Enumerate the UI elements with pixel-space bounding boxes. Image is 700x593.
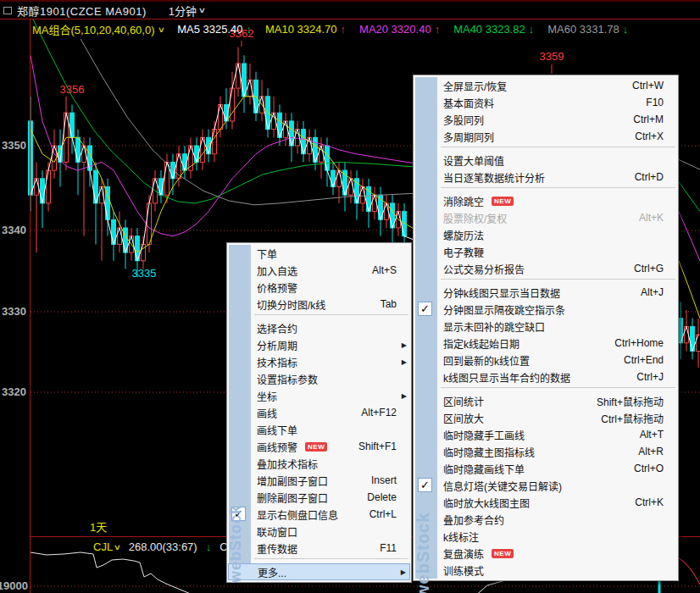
menu-shortcut: Ctrl+L [369,508,397,520]
menu-item[interactable]: 画线Alt+F12 [228,404,410,421]
menu-item[interactable]: k线图只显示当年合约的数据Ctrl+J [414,369,677,385]
chart-context-menu: 下单加入自选Alt+S价格预警切换分时图/k线Tab选择合约分析周期▶技术指标▶… [226,242,412,583]
menu-item[interactable]: 区间放大Ctrl+鼠标拖动 [414,409,677,426]
menu-item[interactable]: 加入自选Alt+S [228,262,410,279]
menu-item[interactable]: 增加副图子窗口Insert [228,472,410,489]
menu-item[interactable]: 电子教鞭 [414,243,677,260]
menu-separator [441,387,675,390]
down-arrow-icon: ↓ [623,23,629,36]
menu-item[interactable]: 切换分时图/k线Tab [228,296,410,313]
menu-item-label: 技术指标 [257,355,297,369]
menu-item-label: 临时隐藏手工画线 [443,428,525,442]
subchart-indicator-selector[interactable]: CJL ∨ [93,540,120,553]
menu-item[interactable]: k线标注 [414,528,677,545]
menu-item[interactable]: 选择合约 [228,319,410,336]
menu-item[interactable]: 显示未回补的跳空缺口 [414,318,677,335]
menu-shortcut: Alt+T [640,429,664,441]
menu-shortcut: Alt+F12 [361,407,397,418]
new-badge: NEW [492,549,514,558]
menu-item[interactable]: 坐标▶ [228,387,410,404]
menu-item-label: 基本面资料 [443,96,494,110]
menu-item[interactable]: ✓信息灯塔(关键交易日解读) [414,477,677,494]
up-arrow-icon: ↑ [435,23,441,36]
checkmark-icon: ✓ [418,302,432,316]
menu-item[interactable]: 螺旋历法 [414,226,677,243]
menu-separator [441,187,675,190]
menu-item[interactable]: 技术指标▶ [228,353,410,370]
menu-item[interactable]: 临时放大k线图主图Ctrl+K [414,494,677,511]
menu-separator [441,279,675,281]
menu-item[interactable]: 临时隐藏画线下单Ctrl+O [414,460,677,477]
menu-item-label: 坐标 [257,389,277,403]
menu-item[interactable]: 全屏显示/恢复Ctrl+W [414,77,677,94]
menu-item[interactable]: 下单 [228,245,410,262]
menu-item[interactable]: 分钟k线图只显示当日数据Alt+J [414,284,677,301]
menu-item[interactable]: 画线预警NEWShift+F1 [228,438,410,455]
menu-item[interactable]: 股票除权/复权Alt+K [414,209,677,226]
menu-item-label: 选择合约 [257,321,297,335]
period-selector[interactable]: 1分钟 ∨ [169,3,205,19]
menu-item[interactable]: 训练模式 [414,562,677,579]
menu-item[interactable]: 公式交易分析报告Ctrl+G [414,260,677,277]
menu-item[interactable]: 基本面资料F10 [414,94,677,111]
menu-item[interactable]: 设置大单阈值 [414,152,677,169]
svg-text:3359: 3359 [540,50,564,63]
menu-item[interactable]: 指定k线起始日期Ctrl+Home [414,335,677,352]
menu-shortcut: Tab [381,298,397,310]
ma-value: MA5 3325.40 ↓ [177,23,252,36]
menu-item[interactable]: 叠加参考合约 [414,511,677,528]
menu-shortcut: Alt+K [639,212,664,224]
menu-item[interactable]: 临时隐藏手工画线Alt+T [414,426,677,443]
svg-text:3356: 3356 [60,83,85,96]
menu-shortcut: Alt+S [372,264,397,276]
menu-item[interactable]: 设置指标参数 [228,370,410,387]
menu-item[interactable]: 多股同列Ctrl+M [414,111,677,128]
menu-item-label: 当日逐笔数据统计分析 [443,170,545,185]
menu-shortcut: F11 [380,542,397,554]
menu-item[interactable]: 区间统计Shift+鼠标拖动 [414,392,677,409]
chevron-down-icon: ∨ [198,6,206,14]
menu-item-label: 切换分时图/k线 [257,297,325,312]
menu-shortcut: Ctrl+Home [614,337,664,349]
menu-item-label: 螺旋历法 [443,228,484,242]
ma-combo-selector[interactable]: MA组合(5,10,20,40,60,0) ∨ [32,21,164,37]
menu-item-label: 分析周期 [257,338,297,352]
menu-item[interactable]: 消除跳空NEW [414,192,677,209]
contract-title: 郑醇1901(CZCE MA901) [17,3,147,19]
menu-item[interactable]: 价格预警 [228,279,410,296]
menu-separator [254,558,408,561]
chevron-down-icon: ∨ [114,543,121,551]
menu-item-label: 区间放大 [443,411,484,425]
menu-shortcut: Insert [371,474,397,486]
menu-item[interactable]: 临时隐藏主图指标线Alt+R [414,443,677,460]
menu-item-label: k线标注 [443,529,479,544]
menu-item[interactable]: 分析周期▶ [228,336,410,353]
menu-shortcut: Shift+鼠标拖动 [597,394,664,408]
menu-item[interactable]: 删除副图子窗口Delete [228,489,410,506]
checkmark-icon: ✓ [418,478,432,492]
menu-item-label: 临时隐藏主图指标线 [443,445,535,459]
menu-item-label: 分钟k线图只显示当日数据 [443,285,560,300]
menu-item-label: 更多... [258,565,286,579]
menu-item[interactable]: 画线下单 [228,421,410,438]
menu-item[interactable]: 叠加技术指标 [228,455,410,472]
menu-item[interactable]: 联动窗口 [228,523,410,540]
menu-item-label: 设置大单阈值 [443,153,504,168]
menu-shortcut: F10 [646,97,664,108]
menu-item[interactable]: 复盘演练NEW [414,545,677,562]
menu-item[interactable]: 更多...▶ [228,563,410,580]
menu-item-label: 画线 [257,406,277,420]
menu-item[interactable]: 回到最新的k线位置Ctrl+End [414,352,677,369]
menu-item-label: 指定k线起始日期 [443,336,519,351]
ma-value: MA20 3320.40 ↑ [359,23,440,36]
menu-item[interactable]: 多周期同列Ctrl+X [414,128,677,145]
menu-item[interactable]: 当日逐笔数据统计分析Ctrl+D [414,169,677,186]
menu-item[interactable]: ✓分钟图显示隔夜跳空指示条 [414,301,677,318]
menu-item[interactable]: ✓显示右侧盘口信息Ctrl+L [228,506,410,523]
menu-item-label: 复盘演练 [443,546,484,561]
menu-item[interactable]: 重传数据F11 [228,540,410,557]
new-badge: NEW [305,442,327,452]
subchart-value: 268.00(33:67) [129,540,197,553]
ma-value: MA40 3323.82 ↓ [453,23,534,36]
down-arrow-icon: ↓ [529,23,535,36]
